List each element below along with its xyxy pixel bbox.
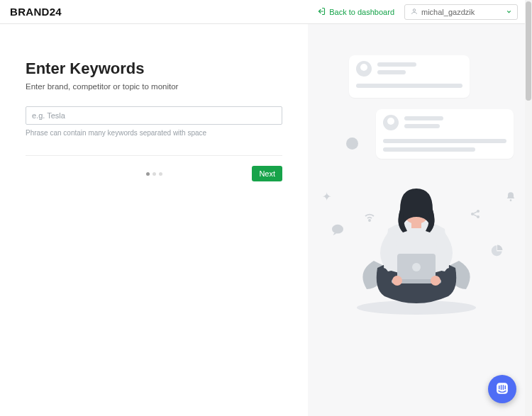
step-progress-dots	[146, 172, 162, 176]
svg-point-0	[413, 9, 415, 11]
person-illustration	[342, 169, 491, 317]
username-label: michal_gazdzik	[421, 8, 475, 16]
svg-point-9	[412, 263, 421, 271]
step-dot-3	[159, 172, 162, 176]
telegram-icon	[346, 137, 358, 150]
svg-rect-17	[501, 385, 501, 390]
svg-rect-16	[499, 385, 499, 389]
svg-point-3	[510, 199, 512, 201]
plus-icon: ✦	[322, 190, 331, 203]
keywords-input[interactable]	[26, 106, 282, 125]
bell-icon	[505, 191, 516, 205]
back-link-label: Back to dashboard	[329, 8, 394, 16]
speech-bubble-icon	[349, 55, 470, 98]
back-to-dashboard-link[interactable]: Back to dashboard	[317, 7, 394, 17]
speech-bubble-icon	[376, 109, 514, 159]
page-subtitle: Enter brand, competitor or topic to moni…	[26, 82, 282, 91]
intercom-launcher-button[interactable]	[488, 375, 516, 403]
step-dot-2	[153, 172, 156, 176]
svg-point-11	[392, 276, 402, 286]
page-scrollbar[interactable]	[525, 0, 532, 416]
step-dot-1	[146, 172, 150, 176]
intercom-icon	[495, 381, 509, 398]
pie-chart-icon	[491, 244, 504, 259]
illustration-pane: ✦	[308, 24, 525, 416]
user-dropdown[interactable]: michal_gazdzik	[404, 4, 518, 20]
app-header: BRAND24 Back to dashboard	[0, 0, 532, 24]
svg-point-12	[431, 276, 440, 286]
logout-icon	[317, 7, 326, 17]
input-help-text: Phrase can contain many keywords separat…	[26, 129, 282, 137]
page-title: Enter Keywords	[26, 60, 282, 78]
chevron-down-icon	[506, 8, 512, 16]
wizard-pane: Enter Keywords Enter brand, competitor o…	[0, 24, 308, 416]
scrollbar-thumb[interactable]	[526, 1, 531, 101]
svg-rect-18	[503, 385, 504, 390]
next-button[interactable]: Next	[252, 166, 282, 181]
svg-rect-19	[505, 385, 506, 389]
user-icon	[411, 8, 418, 16]
brand-logo: BRAND24	[10, 6, 62, 18]
